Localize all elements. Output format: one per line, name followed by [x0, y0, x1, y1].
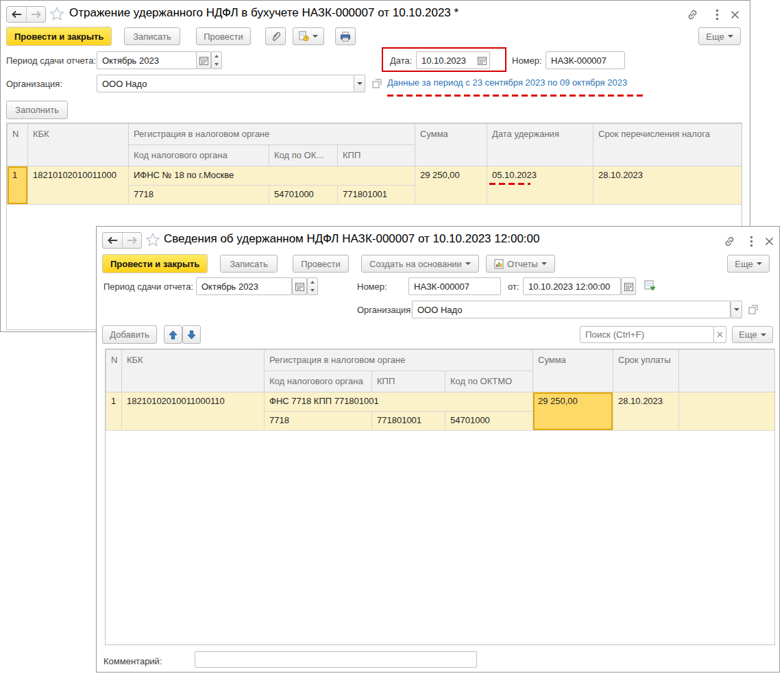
move-down-button[interactable] [182, 325, 201, 344]
from-calendar-button[interactable] [621, 277, 636, 295]
organization-input[interactable]: ООО Надо [412, 301, 731, 318]
cell-sum[interactable]: 29 250,00 [533, 392, 613, 431]
cell-withhold-date[interactable]: 05.10.2023 [487, 166, 593, 205]
cell-tax-office[interactable]: ИФНС № 18 по г.Москве [129, 166, 415, 186]
organization-open-button[interactable] [370, 76, 384, 91]
number-input[interactable]: НАЗК-000007 [546, 51, 625, 69]
copy-periodic-button[interactable] [293, 27, 324, 45]
period-calendar-button[interactable] [196, 51, 211, 69]
cell-tax-code[interactable]: 7718 [265, 412, 372, 431]
cell-tax-office[interactable]: ФНС 7718 КПП 771801001 [265, 392, 533, 412]
comment-input[interactable] [195, 651, 477, 668]
col-header-tax-code: Код налогового органа [129, 145, 269, 166]
number-value: НАЗК-000007 [551, 55, 607, 66]
search-clear-button[interactable] [713, 326, 726, 343]
organization-input[interactable]: ООО Надо [97, 75, 354, 92]
favorite-star-button[interactable] [49, 5, 65, 22]
post-and-close-button[interactable]: Провести и закрыть [6, 27, 112, 46]
col-header-registration: Регистрация в налоговом органе [129, 124, 415, 145]
table-more-button[interactable]: Еще [732, 326, 773, 343]
forward-button[interactable] [26, 7, 45, 22]
add-row-button[interactable]: Добавить [102, 325, 157, 344]
post-button[interactable]: Провести [196, 27, 251, 45]
save-button[interactable]: Записать [220, 255, 278, 273]
spinner-up-button[interactable] [212, 52, 221, 60]
organization-label: Организация: [6, 79, 62, 89]
spin-up-icon [310, 281, 315, 284]
kebab-menu-button[interactable] [711, 7, 723, 22]
spinner-down-button[interactable] [308, 286, 317, 294]
fill-label: Заполнить [15, 105, 59, 115]
print-button[interactable] [335, 27, 356, 45]
period-input[interactable]: Октябрь 2023 [97, 51, 197, 69]
number-input[interactable]: НАЗК-000007 [408, 277, 501, 295]
organization-dropdown-button[interactable] [731, 301, 742, 318]
organization-dropdown-button[interactable] [354, 75, 365, 92]
period-value: Октябрь 2023 [201, 281, 258, 292]
spin-up-icon [215, 55, 219, 58]
get-link-button[interactable] [685, 7, 700, 22]
dropdown-caret-icon [761, 334, 766, 336]
organization-open-button[interactable] [746, 302, 760, 317]
nav-history-group [6, 6, 46, 23]
cell-tax-code[interactable]: 7718 [129, 186, 269, 205]
cell-transfer-deadline[interactable]: 28.10.2023 [593, 166, 742, 205]
period-input[interactable]: Октябрь 2023 [196, 277, 292, 295]
period-spinner[interactable] [307, 277, 318, 295]
from-datetime-input[interactable]: 10.10.2023 12:00:00 [523, 277, 621, 295]
spin-down-icon [215, 63, 219, 66]
kebab-icon [750, 236, 753, 247]
col-header-oktmo: Код по ОКТМО [445, 371, 533, 392]
period-spinner[interactable] [211, 51, 222, 69]
post-label: Провести [204, 32, 243, 42]
cell-n[interactable]: 1 [8, 166, 28, 205]
cell-oktmo[interactable]: 54701000 [445, 412, 533, 431]
forward-button[interactable] [122, 233, 141, 248]
annotation-date-highlight-box [382, 47, 506, 72]
number-label: Номер: [357, 281, 387, 292]
window-title: Сведения об удержанном НДФЛ НАЗК-000007 … [164, 232, 539, 246]
open-form-icon [748, 305, 758, 314]
register-records-button[interactable] [643, 279, 657, 292]
close-icon [731, 10, 739, 19]
create-based-on-button[interactable]: Создать на основании [361, 255, 479, 273]
move-up-button[interactable] [164, 325, 182, 344]
favorite-star-button[interactable] [145, 231, 161, 248]
cell-n[interactable]: 1 [106, 392, 122, 431]
close-button[interactable] [761, 234, 776, 249]
star-icon [145, 232, 160, 247]
period-data-link[interactable]: Данные за период с 23 сентября 2023 по 0… [387, 77, 627, 88]
period-label: Период сдачи отчета: [6, 55, 96, 66]
attachments-button[interactable] [265, 27, 286, 45]
cell-kbk[interactable]: 18210102010011000110 [122, 392, 265, 431]
period-calendar-button[interactable] [292, 277, 307, 295]
more-button[interactable]: Еще [698, 27, 741, 45]
organization-value: ООО Надо [417, 305, 462, 315]
back-button[interactable] [7, 7, 26, 22]
cell-empty[interactable] [679, 392, 775, 431]
cell-kpp[interactable]: 771801001 [372, 412, 445, 431]
save-button[interactable]: Записать [124, 27, 180, 45]
spinner-up-button[interactable] [308, 278, 317, 286]
search-input[interactable] [580, 326, 714, 343]
number-value: НАЗК-000007 [414, 281, 469, 292]
period-label: Период сдачи отчета: [103, 281, 193, 292]
cell-pay-deadline[interactable]: 28.10.2023 [613, 392, 679, 431]
post-button[interactable]: Провести [293, 255, 349, 273]
reports-button[interactable]: Отчеты [486, 255, 555, 273]
cell-ok-code[interactable]: 54701000 [269, 186, 338, 205]
spinner-down-button[interactable] [212, 60, 221, 68]
report-icon [494, 259, 504, 269]
col-header-registration: Регистрация в налоговом органе [265, 350, 533, 371]
fill-button[interactable]: Заполнить [6, 101, 68, 119]
post-and-close-button[interactable]: Провести и закрыть [102, 254, 208, 273]
col-header-n: N [8, 124, 28, 166]
more-button[interactable]: Еще [727, 255, 770, 273]
kebab-menu-button[interactable] [745, 234, 757, 249]
cell-sum[interactable]: 29 250,00 [415, 166, 487, 205]
back-button[interactable] [103, 233, 122, 248]
close-button[interactable] [727, 7, 742, 22]
cell-kbk[interactable]: 18210102010011000 [28, 166, 129, 205]
get-link-button[interactable] [722, 234, 737, 249]
cell-kpp[interactable]: 771801001 [338, 186, 415, 205]
